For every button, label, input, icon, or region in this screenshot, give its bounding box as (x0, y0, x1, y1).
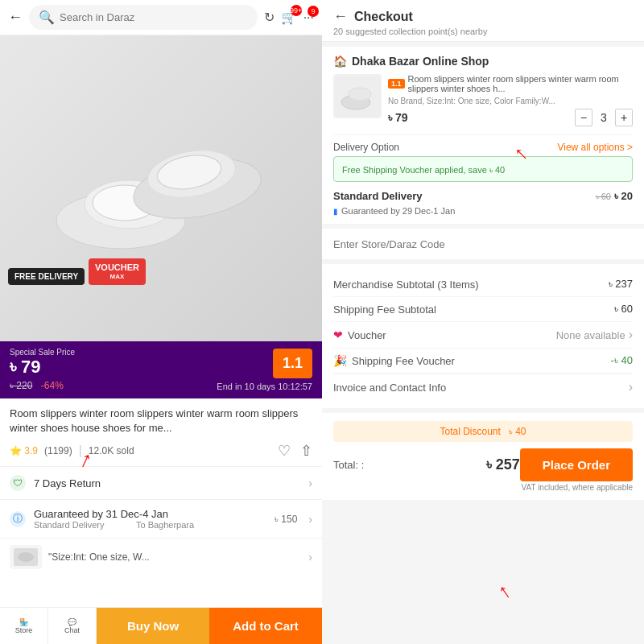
store-code-input[interactable] (333, 238, 633, 250)
rating-count: (1199) (44, 445, 72, 456)
chat-button[interactable]: 💬 Chat (48, 608, 97, 644)
store-name-text: Dhaka Bazar Online Shop (352, 55, 489, 68)
delivery-icon: ⓘ (10, 511, 26, 527)
size-chevron: › (308, 551, 312, 564)
size-thumbnail (10, 545, 42, 569)
search-input-wrap[interactable]: 🔍 (29, 5, 258, 30)
daraz-delivery-icon: ▮ (333, 207, 338, 216)
std-delivery-price: ৳ 60 ৳ 20 (596, 190, 633, 203)
place-order-button[interactable]: Place Order (520, 448, 633, 481)
store-button[interactable]: 🏪 Store (0, 608, 48, 644)
delivery-option-label: Delivery Option (333, 142, 399, 153)
checkout-product-price: ৳ 79 (388, 111, 407, 125)
voucher-label: VOUCHER (95, 262, 139, 273)
chat-label: Chat (64, 626, 80, 634)
merch-label: Merchandise Subtotal (3 Items) (333, 279, 479, 291)
buy-now-button[interactable]: Buy Now (97, 608, 209, 644)
delivery-option-row: Delivery Option View all options > (333, 134, 633, 156)
search-icon: 🔍 (39, 10, 55, 25)
price-cross: ৳ 60 (596, 192, 611, 202)
total-section: Total Discount ৳ 40 Total: : ৳ 257 Place… (322, 413, 644, 500)
qty-decrease-button[interactable]: − (575, 109, 592, 126)
checkout-product-details: 1.1 Room slippers winter room slippers w… (388, 74, 633, 126)
free-delivery-badge: FREE DELIVERY (8, 268, 85, 285)
guaranteed-delivery-text: Guaranteed by 29 Dec-1 Jan (341, 206, 455, 216)
qty-increase-button[interactable]: + (615, 109, 633, 126)
delivery-sub: Standard Delivery To Bagherpara (34, 520, 266, 530)
summary-section: Merchandise Subtotal (3 Items) ৳ 237 Shi… (322, 264, 644, 408)
std-delivery-label: Standard Delivery (333, 190, 423, 202)
voucher-sub: MAX (110, 273, 125, 281)
returns-row[interactable]: 🛡 7 Days Return › (0, 466, 322, 499)
checkout-back-icon[interactable]: ← (333, 8, 348, 25)
product-meta: ⭐ 3.9 (1199) | 12.0K sold ♡ ⇧ (0, 439, 322, 466)
add-to-cart-button[interactable]: Add to Cart (209, 608, 322, 644)
sale-price: ৳ 79 (10, 357, 75, 378)
total-value: ৳ 257 (486, 456, 520, 473)
voucher-row[interactable]: ❤ Voucher None available › (333, 322, 633, 349)
svg-point-10 (349, 88, 371, 101)
product-slipper-svg (48, 108, 274, 269)
product-rating: ⭐ 3.9 (10, 445, 38, 456)
sfv-row: 🎉 Shipping Fee Voucher -৳ 40 (333, 349, 633, 374)
size-row[interactable]: "Size:Int: One size, W... › (0, 538, 322, 576)
share-icon[interactable]: ⇧ (300, 442, 312, 460)
right-panel-wrapper: ← Checkout 20 suggested collection point… (322, 0, 644, 644)
more-badge: 9 (308, 6, 319, 17)
end-timer: End in 10 days 10:12:57 (217, 382, 312, 391)
sold-count: 12.0K sold (89, 445, 134, 456)
free-delivery-text: FREE DELIVERY (14, 272, 78, 281)
shield-icon: 🛡 (10, 475, 26, 491)
product-title: Room slippers winter room slippers winte… (0, 398, 322, 439)
store-icon: 🏪 (19, 618, 28, 626)
invoice-row[interactable]: Invoice and Contact Info › (333, 374, 633, 400)
total-label: Total: : (333, 459, 364, 471)
delivery-to: To Bagherpara (136, 520, 194, 530)
sfv-icon: 🎉 (333, 354, 347, 367)
search-input[interactable] (60, 11, 248, 23)
delivery-label: Standard Delivery (34, 520, 104, 530)
right-panel: ← Checkout 20 suggested collection point… (322, 0, 644, 644)
back-button[interactable]: ← (8, 9, 23, 26)
shipping-fee-row: Shipping Fee Subtotal ৳ 60 (333, 297, 633, 322)
discount-percent: -64% (41, 380, 64, 391)
delivery-fee: ৳ 150 (275, 514, 297, 525)
total-row: Total: : ৳ 257 (333, 456, 520, 473)
delivery-row[interactable]: ⓘ Guaranteed by 31 Dec-4 Jan Standard De… (0, 499, 322, 538)
store-section: 🏠 Dhaka Bazar Online Shop 1.1 Room slipp… (322, 47, 644, 224)
store-name-row: 🏠 Dhaka Bazar Online Shop (333, 55, 633, 68)
tag-11: 1.1 (388, 79, 405, 89)
qty-control: − 3 + (575, 109, 633, 126)
sale-banner: Special Sale Price ৳ 79 ৳ 220 -64% 1.1 E… (0, 341, 322, 398)
product-tag-desc: Room slippers winter room slippers winte… (408, 74, 633, 93)
guaranteed-text: Guaranteed by 31 Dec-4 Jan (34, 508, 266, 520)
more-icon[interactable]: ··· 9 (303, 10, 314, 25)
checkout-product-thumb (333, 74, 382, 118)
total-discount-value: ৳ 40 (509, 426, 526, 437)
total-discount-text: Total Discount ৳ 40 (440, 426, 526, 437)
qty-value: 3 (597, 111, 610, 124)
search-bar: ← 🔍 ↻ 🛒 99+ ··· 9 (0, 0, 322, 35)
store-name-icon: 🏠 (333, 55, 347, 68)
voucher-applied-text: Free Shipping Voucher applied, save ৳ 40 (342, 165, 505, 175)
store-label: Store (15, 626, 33, 634)
delivery-chevron: › (308, 513, 312, 526)
std-delivery-row: Standard Delivery ৳ 60 ৳ 20 (333, 187, 633, 206)
sale-right: 1.1 End in 10 days 10:12:57 (217, 349, 312, 391)
original-price: ৳ 220 (10, 380, 32, 391)
refresh-icon[interactable]: ↻ (264, 10, 275, 25)
wishlist-icon[interactable]: ♡ (278, 442, 291, 460)
collection-subtitle: 20 suggested collection point(s) nearby (333, 27, 633, 36)
voucher-applied-box: Free Shipping Voucher applied, save ৳ 40 (333, 156, 633, 182)
svg-point-7 (18, 552, 34, 562)
invoice-label: Invoice and Contact Info (333, 382, 446, 394)
returns-text: 7 Days Return (34, 477, 297, 489)
cart-icon[interactable]: 🛒 99+ (281, 10, 297, 25)
view-all-options-link[interactable]: View all options > (557, 142, 633, 153)
meta-icons: ♡ ⇧ (278, 442, 312, 460)
cart-badge: 99+ (291, 5, 302, 16)
special-sale-label: Special Sale Price (10, 348, 75, 357)
total-discount-label: Total Discount (440, 426, 500, 437)
guaranteed-row: ▮ Guaranteed by 29 Dec-1 Jan (333, 206, 633, 216)
merch-value: ৳ 237 (609, 278, 633, 291)
